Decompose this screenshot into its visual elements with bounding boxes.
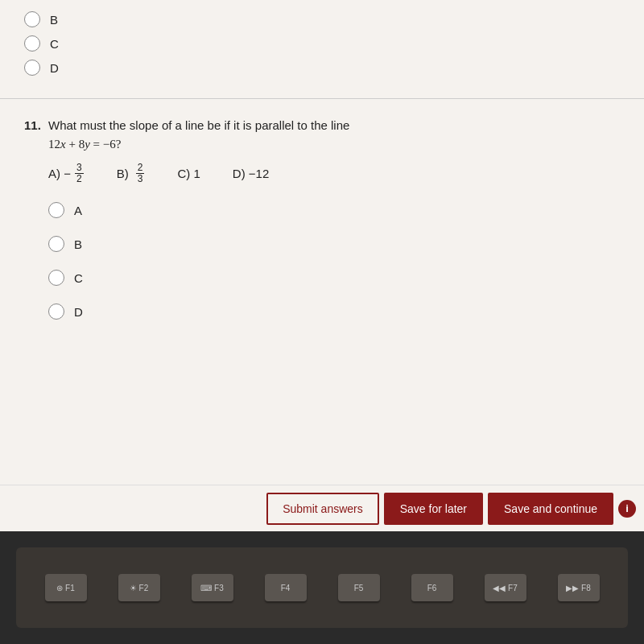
key-f7: ◀◀ F7: [485, 574, 526, 601]
option-d-label: D: [74, 305, 83, 319]
save-for-later-button[interactable]: Save for later: [384, 493, 483, 525]
keyboard: ⊛ F1 ☀ F2 ⌨ F3 F4 F5 F6 ◀◀ F7 ▶▶ F8: [16, 547, 628, 628]
answer-choices-row: A) − 3 2 B) 2 3 C) 1 D) −12: [48, 163, 620, 184]
answer-choice-a: A) − 3 2: [48, 163, 85, 184]
option-a-label: A: [74, 204, 82, 217]
key-f2: ☀ F2: [118, 574, 160, 601]
prev-question-section: B C D: [0, 0, 644, 99]
prev-option-c-row: C: [24, 35, 620, 52]
key-f6: F6: [411, 574, 453, 601]
question-equation: 12x + 8y = −6?: [48, 138, 121, 151]
question-text: What must the slope of a line be if it i…: [48, 117, 349, 153]
prev-option-d-row: D: [24, 60, 620, 76]
option-d-row: D: [48, 303, 620, 320]
prev-radio-c[interactable]: [24, 35, 40, 52]
answer-b-numerator: 2: [136, 163, 145, 174]
options-list: A B C D: [48, 202, 620, 328]
option-b-row: B: [48, 236, 620, 252]
option-c-label: C: [74, 271, 83, 285]
answer-choice-d: D) −12: [233, 167, 269, 180]
question-text-line1: What must the slope of a line be if it i…: [48, 118, 349, 132]
question-header: 11. What must the slope of a line be if …: [24, 117, 620, 153]
question-number: 11.: [24, 118, 42, 153]
answer-c-label: C) 1: [177, 167, 200, 180]
prev-radio-d[interactable]: [24, 60, 40, 76]
option-b-label: B: [74, 237, 82, 251]
answer-b-denominator: 3: [136, 174, 145, 184]
radio-a[interactable]: [48, 202, 64, 218]
prev-option-c-label: C: [50, 37, 59, 51]
answer-a-fraction: 3 2: [75, 163, 84, 184]
answer-a-denominator: 2: [75, 174, 84, 184]
info-icon[interactable]: i: [618, 500, 636, 518]
prev-radio-b[interactable]: [24, 11, 40, 27]
answer-a-numerator: 3: [75, 163, 84, 174]
key-f8: ▶▶ F8: [558, 574, 600, 601]
radio-d[interactable]: [48, 303, 64, 320]
option-a-row: A: [48, 202, 620, 218]
answer-b-label: B): [117, 167, 132, 180]
submit-answers-button[interactable]: Submit answers: [266, 493, 379, 525]
answer-b-fraction: 2 3: [136, 163, 145, 184]
answer-choice-c: C) 1: [177, 167, 200, 180]
prev-option-b-label: B: [50, 13, 58, 27]
answer-a-label: A) −: [48, 167, 71, 180]
radio-b[interactable]: [48, 236, 64, 252]
option-c-row: C: [48, 270, 620, 286]
radio-c[interactable]: [48, 270, 64, 286]
prev-option-b-row: B: [24, 11, 620, 27]
footer-bar: Submit answers Save for later Save and c…: [0, 485, 644, 531]
answer-d-label: D) −12: [233, 167, 269, 180]
question-card: 11. What must the slope of a line be if …: [0, 99, 644, 485]
key-f5: F5: [338, 574, 380, 601]
answer-choice-b: B) 2 3: [117, 163, 146, 184]
prev-option-d-label: D: [50, 61, 59, 75]
key-f3: ⌨ F3: [192, 574, 233, 601]
key-f4: F4: [265, 574, 307, 601]
keyboard-area: ⊛ F1 ☀ F2 ⌨ F3 F4 F5 F6 ◀◀ F7 ▶▶ F8: [0, 531, 644, 644]
save-and-continue-button[interactable]: Save and continue: [488, 493, 613, 525]
key-f1: ⊛ F1: [45, 574, 87, 601]
